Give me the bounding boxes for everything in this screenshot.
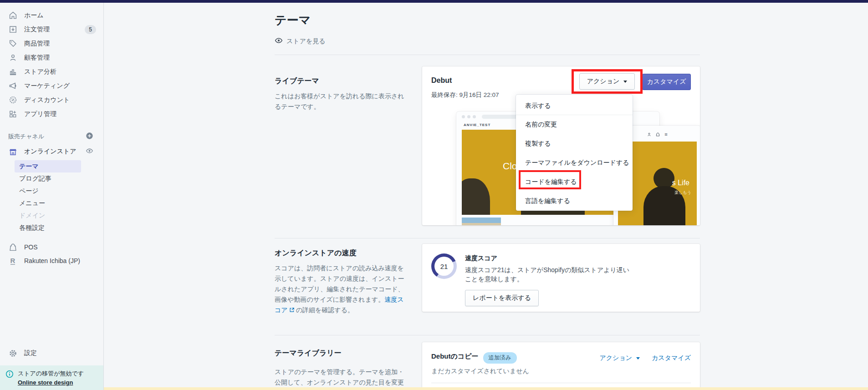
sidebar-item-domains[interactable]: ドメイン	[0, 209, 103, 222]
sidebar-item-apps[interactable]: アプリ管理	[0, 107, 103, 121]
add-channel-icon[interactable]	[86, 132, 93, 142]
account-icon	[647, 130, 651, 138]
browser-dot-icon	[462, 115, 465, 118]
bar-chart-icon	[8, 67, 17, 76]
browser-dot-icon	[473, 115, 476, 118]
section-divider	[275, 55, 700, 55]
sidebar-item-blog-posts[interactable]: ブログ記事	[0, 172, 103, 185]
live-theme-name: Debut	[431, 76, 452, 85]
menu-item-rename[interactable]: 名前の変更	[516, 115, 633, 134]
sales-channels-header: 販売チャネル	[0, 131, 103, 142]
chevron-down-icon	[636, 357, 640, 360]
pos-bag-icon	[8, 243, 17, 252]
info-icon	[5, 370, 14, 380]
sidebar-item-home[interactable]: ホーム	[0, 8, 103, 22]
view-store-link[interactable]: ストアを見る	[275, 36, 326, 46]
menu-item-duplicate[interactable]: 複製する	[516, 134, 633, 153]
orders-icon	[8, 25, 17, 34]
library-theme-status: まだカスタマイズされていません	[431, 367, 691, 375]
speed-score-gauge: 21	[431, 253, 457, 279]
home-icon	[8, 11, 17, 20]
sidebar-item-online-store[interactable]: オンラインストア	[0, 145, 103, 158]
customer-icon	[8, 53, 17, 62]
online-store-design-link[interactable]: Online store design	[18, 379, 84, 386]
live-theme-section-title: ライブテーマ	[275, 76, 319, 86]
sidebar-item-discounts[interactable]: ディスカウント	[0, 93, 103, 107]
section-divider	[275, 335, 700, 335]
customize-button[interactable]: カスタマイズ	[642, 74, 691, 90]
library-section-description: ストアのテーマを管理する。テーマを追加・公開して、オンラインストアの見た目を変更	[275, 367, 406, 388]
live-theme-section-description: これはお客様がストアを訪れる際に表示されるテーマです。	[275, 91, 406, 112]
sidebar-item-settings[interactable]: 設定	[0, 346, 103, 360]
store-transfer-notice: ストアの移管が無効です Online store design	[0, 365, 103, 390]
sidebar-item-analytics[interactable]: ストア分析	[0, 65, 103, 79]
theme-library-card: Debutのコピー 追加済み アクション カスタマイズ まだカスタマイズされてい…	[422, 342, 700, 390]
preview-heading-text: Clo	[503, 161, 517, 172]
actions-button[interactable]: アクション	[579, 73, 635, 90]
preview-subheading-text-mobile: 楽しもう	[674, 190, 691, 196]
menu-item-edit-languages[interactable]: 言語を編集する	[516, 192, 633, 211]
sidebar-item-preferences[interactable]: 各種設定	[0, 222, 103, 234]
eye-icon	[275, 36, 283, 46]
card-divider	[431, 383, 691, 383]
library-customize-link[interactable]: カスタマイズ	[652, 354, 691, 362]
sidebar-item-products[interactable]: 商品管理	[0, 36, 103, 51]
view-online-store-eye-icon[interactable]	[86, 147, 93, 157]
added-status-badge: 追加済み	[483, 352, 517, 364]
highlight-actions-box: アクション	[572, 69, 643, 94]
sidebar-item-pos[interactable]: POS	[0, 240, 103, 254]
orders-count-badge: 5	[85, 25, 96, 34]
sidebar-item-pages[interactable]: ページ	[0, 185, 103, 197]
speed-card-body: 速度スコア21は、ストアがShopifyの類似ストアより遅いことを意味します。	[465, 265, 634, 284]
speed-score-value: 21	[434, 257, 454, 276]
storefront-icon	[8, 147, 17, 156]
cart-bag-icon	[656, 130, 660, 138]
notice-text: ストアの移管が無効です	[18, 370, 84, 378]
external-link-icon	[289, 305, 295, 316]
library-theme-name: Debutのコピー	[431, 352, 479, 361]
view-report-button[interactable]: レポートを表示する	[465, 290, 539, 306]
browser-dot-icon	[467, 115, 470, 118]
shopify-admin-window: ホーム 注文管理 5 商品管理 顧客管理	[0, 0, 868, 390]
top-bar	[0, 0, 868, 3]
megaphone-icon	[8, 81, 17, 91]
model-silhouette	[462, 178, 490, 215]
bottom-banner-edge	[104, 387, 868, 390]
speed-section-title: オンラインストアの速度	[275, 248, 356, 258]
menu-item-preview[interactable]: 表示する	[516, 97, 633, 115]
library-actions-link[interactable]: アクション	[599, 354, 640, 362]
library-section-title: テーマライブラリー	[275, 349, 342, 358]
last-saved-text: 最終保存: 9月16日 22:07	[431, 91, 499, 99]
menu-item-edit-code[interactable]: コードを編集する	[516, 172, 633, 192]
speed-card-title: 速度スコア	[465, 254, 634, 263]
hamburger-menu-icon: ≡	[664, 132, 667, 137]
preview-heading-text-mobile: s Life	[672, 179, 689, 187]
tag-icon	[8, 39, 17, 48]
speed-score-card: 21 速度スコア 速度スコア21は、ストアがShopifyの類似ストアより遅いこ…	[422, 244, 700, 312]
speed-section-description: スコアは、訪問者にストアの読み込み速度を示しています。ストアの速度は、インストー…	[275, 263, 406, 316]
actions-dropdown-menu: 表示する 名前の変更 複製する テーマファイルをダウンロードする コードを編集す…	[516, 95, 633, 211]
section-divider	[275, 238, 700, 238]
sidebar-item-marketing[interactable]: マーケティング	[0, 79, 103, 93]
sidebar-item-customers[interactable]: 顧客管理	[0, 51, 103, 65]
preview-brand-text: ANVIE_TEST	[464, 123, 490, 127]
page-title: テーマ	[275, 12, 311, 28]
chevron-down-icon	[623, 81, 627, 83]
sidebar-item-orders[interactable]: 注文管理 5	[0, 22, 103, 36]
apps-icon	[8, 110, 17, 119]
sidebar-item-rakuten[interactable]: R Rakuten Ichiba (JP)	[0, 254, 103, 268]
preview-thumbnail	[462, 218, 501, 225]
menu-item-download-theme-file[interactable]: テーマファイルをダウンロードする	[516, 153, 633, 172]
sidebar: ホーム 注文管理 5 商品管理 顧客管理	[0, 3, 104, 390]
sidebar-item-menus[interactable]: メニュー	[0, 197, 103, 209]
discount-icon	[8, 96, 17, 105]
sidebar-item-themes[interactable]: テーマ	[15, 160, 81, 172]
gear-icon	[8, 349, 17, 358]
rakuten-icon: R	[8, 256, 17, 265]
